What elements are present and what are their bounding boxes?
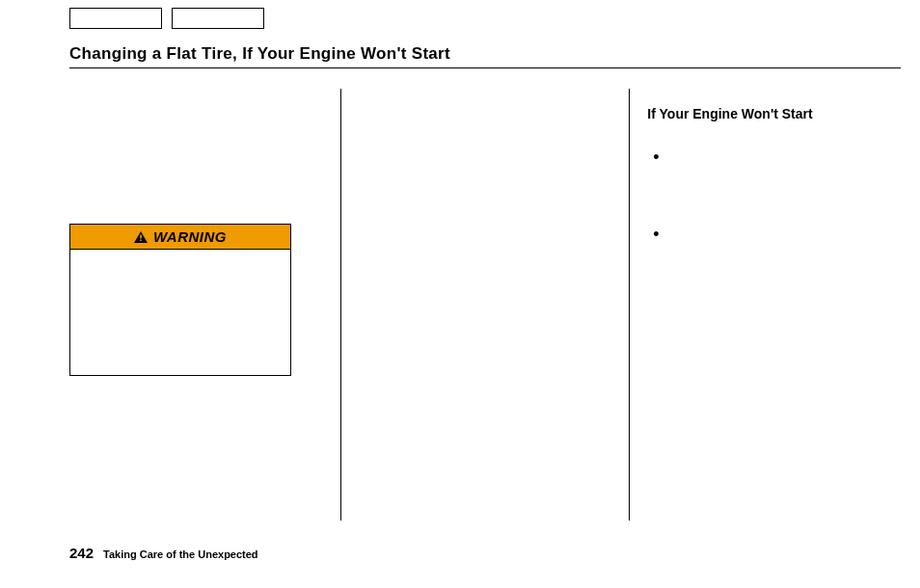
column-left: WARNING (69, 89, 340, 521)
title-rule (69, 67, 901, 68)
bullet-list (647, 150, 901, 247)
column-middle (341, 89, 630, 521)
page-footer: 242 Taking Care of the Unexpected (69, 545, 258, 561)
page-title: Changing a Flat Tire, If Your Engine Won… (69, 44, 450, 64)
page-number: 242 (69, 545, 94, 561)
footer-section-title: Taking Care of the Unexpected (103, 548, 258, 560)
warning-body (70, 250, 290, 375)
nav-box-1[interactable] (69, 8, 162, 29)
svg-rect-1 (140, 234, 142, 238)
svg-rect-2 (140, 239, 142, 241)
warning-triangle-icon (134, 231, 148, 243)
warning-header: WARNING (70, 225, 290, 250)
section-heading: If Your Engine Won't Start (647, 89, 901, 150)
column-right: If Your Engine Won't Start (630, 89, 901, 521)
top-nav-boxes (69, 8, 264, 29)
nav-box-2[interactable] (172, 8, 264, 29)
warning-box: WARNING (69, 224, 291, 376)
list-item (647, 150, 901, 170)
list-item (647, 227, 901, 247)
content-area: WARNING If Your Engine Won't Start (69, 89, 901, 521)
warning-label: WARNING (153, 228, 227, 245)
